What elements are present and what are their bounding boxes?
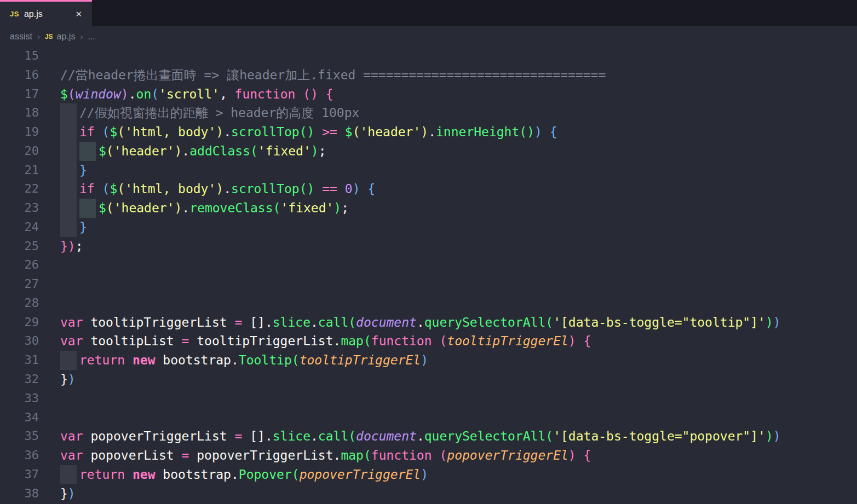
code-text: if ($('html, body').scrollTop() == 0) { (79, 179, 375, 199)
code-line[interactable]: 36var popoverList = popoverTriggerList.m… (0, 446, 857, 465)
code-line[interactable]: 35var popoverTriggerList = [].slice.call… (0, 427, 857, 446)
line-number[interactable]: 16 (0, 66, 39, 85)
line-number[interactable]: 36 (0, 446, 39, 465)
code-text: //當header捲出畫面時 => 讓header加上.fixed ======… (60, 66, 606, 85)
code-line[interactable]: 38}) (0, 484, 857, 503)
breadcrumb-item-assist[interactable]: assist (10, 32, 32, 42)
code-line[interactable]: 31return new bootstrap.Tooltip(tooltipTr… (0, 351, 857, 370)
indent-guide-block (60, 218, 77, 237)
code-line[interactable]: 29var tooltipTriggerList = [].slice.call… (0, 313, 857, 332)
code-line[interactable]: 21} (0, 161, 857, 180)
code-text: if ($('html, body').scrollTop() >= $('he… (79, 123, 557, 142)
line-number[interactable]: 17 (0, 85, 39, 104)
code-line[interactable]: 37return new bootstrap.Popover(popoverTr… (0, 465, 857, 484)
breadcrumb: assist › JS ap.js › ... (0, 26, 857, 47)
code-line[interactable]: 25}); (0, 237, 857, 256)
indent-guide-block (60, 465, 77, 484)
code-line[interactable]: 18//假如視窗捲出的距離 > header的高度 100px (0, 103, 857, 123)
line-number[interactable]: 26 (0, 256, 39, 275)
line-number[interactable]: 15 (0, 47, 39, 66)
code-line[interactable]: 22if ($('html, body').scrollTop() == 0) … (0, 179, 857, 199)
line-number[interactable]: 37 (0, 465, 39, 484)
code-text: $(window).on('scroll', function () { (60, 85, 333, 104)
indent-guide-block (60, 103, 77, 123)
line-number[interactable]: 32 (0, 370, 39, 389)
line-number[interactable]: 27 (0, 275, 39, 294)
code-line[interactable]: 26 (0, 256, 857, 275)
line-number[interactable]: 23 (0, 199, 39, 218)
chevron-right-icon: › (80, 32, 83, 41)
code-text: var tooltipTriggerList = [].slice.call(d… (60, 313, 781, 332)
code-editor[interactable]: 1516//當header捲出畫面時 => 讓header加上.fixed ==… (0, 47, 857, 504)
code-text: } (79, 218, 87, 237)
breadcrumb-item-symbol[interactable]: ... (88, 32, 95, 42)
code-line[interactable]: 34 (0, 408, 857, 427)
code-line[interactable]: 19if ($('html, body').scrollTop() >= $('… (0, 123, 857, 142)
indent-guide-block (79, 142, 96, 161)
line-number[interactable]: 18 (0, 103, 39, 123)
indent-guide-block (60, 142, 77, 161)
code-text: var popoverList = popoverTriggerList.map… (60, 446, 591, 465)
code-line[interactable]: 15 (0, 47, 857, 66)
line-number[interactable]: 31 (0, 351, 39, 370)
line-number[interactable]: 20 (0, 142, 39, 161)
code-text: return new bootstrap.Popover(popoverTrig… (79, 465, 428, 484)
code-line[interactable]: 23$('header').removeClass('fixed'); (0, 199, 857, 218)
line-number[interactable]: 29 (0, 313, 39, 332)
indent-guide-block (60, 161, 77, 180)
line-number[interactable]: 30 (0, 332, 39, 351)
line-number[interactable]: 34 (0, 408, 39, 427)
code-line[interactable]: 17$(window).on('scroll', function () { (0, 85, 857, 104)
code-text: }) (60, 484, 76, 503)
code-line[interactable]: 16//當header捲出畫面時 => 讓header加上.fixed ====… (0, 66, 857, 85)
line-number[interactable]: 21 (0, 161, 39, 180)
indent-guide-block (60, 351, 77, 370)
code-line[interactable]: 28 (0, 294, 857, 313)
line-number[interactable]: 25 (0, 237, 39, 256)
code-line[interactable]: 27 (0, 275, 857, 294)
indent-guide-block (60, 199, 77, 218)
tab-label: ap.js (24, 9, 73, 19)
indent-guide-block (60, 179, 77, 199)
chevron-right-icon: › (37, 32, 40, 41)
close-icon[interactable]: ✕ (73, 8, 84, 20)
code-text: $('header').removeClass('fixed'); (99, 199, 349, 218)
javascript-file-icon: JS (45, 33, 53, 40)
line-number[interactable]: 22 (0, 179, 39, 199)
code-text: }); (60, 237, 83, 256)
line-number[interactable]: 24 (0, 218, 39, 237)
code-text: } (79, 161, 87, 180)
indent-guide-block (60, 123, 77, 142)
line-number[interactable]: 33 (0, 389, 39, 408)
code-text: var popoverTriggerList = [].slice.call(d… (60, 427, 781, 446)
code-text: return new bootstrap.Tooltip(tooltipTrig… (79, 351, 428, 370)
line-number[interactable]: 28 (0, 294, 39, 313)
code-line[interactable]: 24} (0, 218, 857, 237)
code-text: //假如視窗捲出的距離 > header的高度 100px (79, 103, 359, 123)
tab-apjs[interactable]: JS ap.js ✕ (0, 0, 92, 26)
javascript-file-icon: JS (10, 10, 19, 18)
indent-guide-block (79, 199, 96, 218)
breadcrumb-item-apjs[interactable]: ap.js (57, 32, 76, 42)
code-text: var tooltipList = tooltipTriggerList.map… (60, 332, 591, 351)
code-line[interactable]: 20$('header').addClass('fixed'); (0, 142, 857, 161)
code-text: }) (60, 370, 76, 389)
code-line[interactable]: 33 (0, 389, 857, 408)
line-number[interactable]: 38 (0, 484, 39, 503)
tab-bar: JS ap.js ✕ (0, 0, 857, 26)
code-text: $('header').addClass('fixed'); (99, 142, 326, 161)
code-line[interactable]: 32}) (0, 370, 857, 389)
code-line[interactable]: 30var tooltipList = tooltipTriggerList.m… (0, 332, 857, 351)
line-number[interactable]: 19 (0, 123, 39, 142)
line-number[interactable]: 35 (0, 427, 39, 446)
